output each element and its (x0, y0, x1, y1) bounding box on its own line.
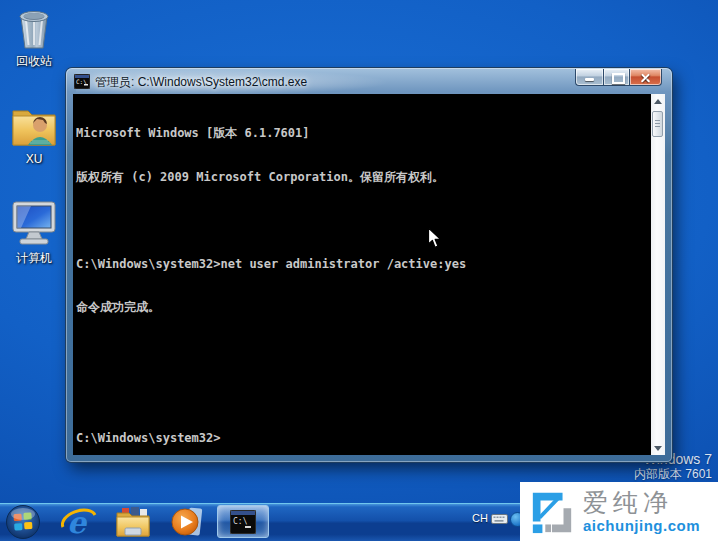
taskbar-item-explorer[interactable] (113, 506, 153, 538)
svg-text:C:\: C:\ (233, 517, 248, 526)
cmd-titlebar[interactable]: C:\ 管理员: C:\Windows\System32\cmd.exe (66, 68, 672, 94)
maximize-button[interactable] (603, 69, 630, 86)
desktop-icon-recycle-bin[interactable]: 回收站 (4, 3, 64, 69)
console-line (76, 344, 651, 359)
user-folder-icon (9, 103, 59, 149)
media-player-icon (169, 506, 205, 538)
chevron-up-icon (654, 99, 662, 104)
window-title: 管理员: C:\Windows\System32\cmd.exe (95, 74, 307, 91)
recycle-bin-icon (11, 3, 57, 51)
console-scrollbar[interactable] (651, 94, 665, 455)
minimize-button[interactable] (575, 69, 603, 86)
brand-name: 爱纯净 (583, 490, 700, 515)
scrollbar-thumb[interactable] (652, 111, 663, 137)
console-line: 版权所有 (c) 2009 Microsoft Corporation。保留所有… (76, 170, 651, 185)
desktop-icon-label: 计算机 (16, 252, 52, 265)
close-icon (640, 72, 651, 83)
maximize-icon (612, 73, 625, 84)
internet-explorer-icon: e (61, 506, 97, 538)
caption-buttons (575, 69, 662, 86)
close-button[interactable] (630, 69, 662, 86)
computer-icon (8, 198, 60, 248)
taskbar-item-media-player[interactable] (167, 506, 207, 538)
console-prompt-line: C:\Windows\system32> (76, 431, 651, 446)
console-line: C:\Windows\system32>net user administrat… (76, 257, 651, 272)
taskbar-item-internet-explorer[interactable]: e (59, 506, 99, 538)
desktop-icon-label: XU (26, 153, 43, 166)
start-button[interactable] (5, 504, 41, 540)
cmd-window: C:\ 管理员: C:\Windows\System32\cmd.exe Mic… (66, 68, 672, 462)
scroll-up-button[interactable] (651, 94, 665, 108)
brand-watermark: 爱纯净 aichunjing.com (520, 482, 718, 541)
language-indicator[interactable]: CH (472, 512, 488, 524)
desktop-icon-label: 回收站 (16, 55, 52, 68)
scroll-down-button[interactable] (651, 441, 665, 455)
taskbar-item-cmd-active[interactable]: C:\ (217, 505, 269, 538)
mouse-cursor-icon (427, 227, 442, 249)
console-line (76, 213, 651, 228)
brand-site-url: aichunjing.com (583, 518, 700, 533)
console-line: Microsoft Windows [版本 6.1.7601] (76, 126, 651, 141)
keyboard-icon[interactable] (491, 512, 508, 526)
desktop-icon-user-folder[interactable]: XU (4, 103, 64, 167)
cmd-console-icon: C:\ (230, 510, 256, 534)
explorer-folder-icon (114, 506, 152, 538)
console-output[interactable]: Microsoft Windows [版本 6.1.7601] 版权所有 (c)… (73, 94, 651, 455)
cmd-console-icon: C:\ (74, 74, 90, 89)
brand-logo-icon (529, 489, 575, 535)
console-line (76, 387, 651, 402)
minimize-icon (585, 78, 594, 81)
svg-text:C:\: C:\ (76, 78, 87, 85)
chevron-down-icon (654, 446, 662, 451)
desktop-icon-computer[interactable]: 计算机 (4, 198, 64, 266)
console-line: 命令成功完成。 (76, 300, 651, 315)
